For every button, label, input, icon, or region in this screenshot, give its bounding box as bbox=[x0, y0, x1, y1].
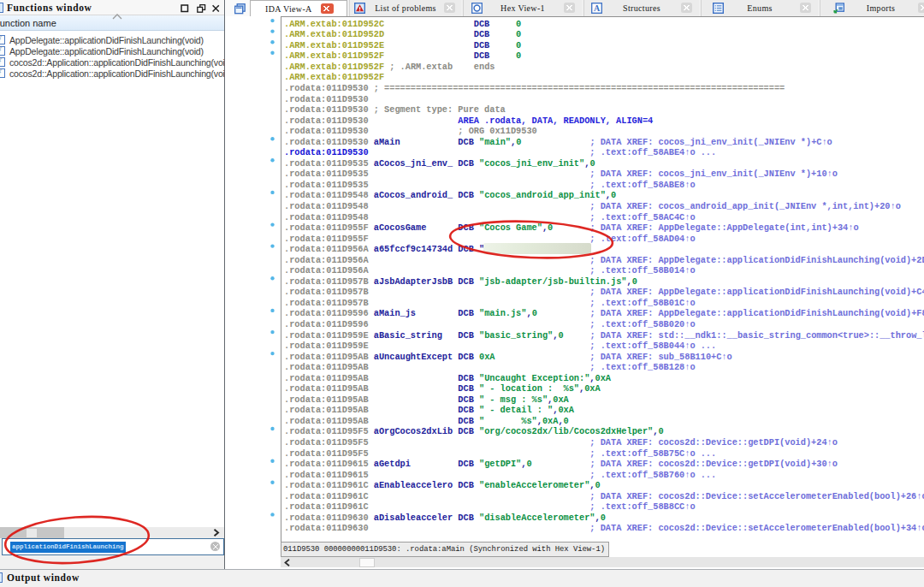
svg-text:A: A bbox=[594, 3, 601, 13]
